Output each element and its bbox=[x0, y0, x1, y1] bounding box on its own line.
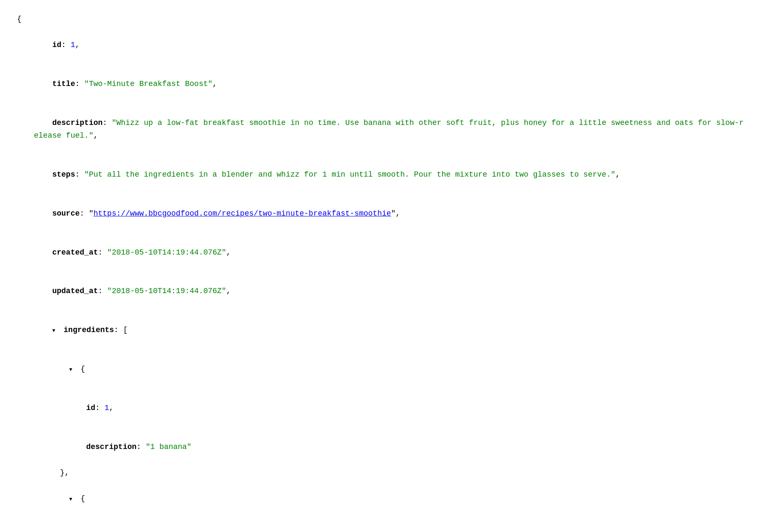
updated-at-line: updated_at: "2018-05-10T14:19:44.076Z", bbox=[17, 272, 746, 311]
ingredients-toggle[interactable] bbox=[52, 324, 59, 337]
ingredients-key: ingredients bbox=[64, 326, 114, 334]
ingredient-1-toggle[interactable] bbox=[69, 363, 76, 376]
title-key: title bbox=[52, 80, 75, 88]
steps-line: steps: "Put all the ingredients in a ble… bbox=[17, 155, 746, 194]
description-key: description bbox=[52, 119, 103, 127]
description-value: "Whizz up a low-fat breakfast smoothie i… bbox=[34, 119, 744, 140]
json-viewer: { id: 1, title: "Two-Minute Breakfast Bo… bbox=[17, 13, 746, 532]
ing1-desc-key: description bbox=[86, 443, 136, 451]
source-key: source bbox=[52, 209, 80, 218]
source-link[interactable]: https://www.bbcgoodfood.com/recipes/two-… bbox=[93, 209, 391, 218]
title-line: title: "Two-Minute Breakfast Boost", bbox=[17, 64, 746, 103]
ing1-id-key: id bbox=[86, 404, 95, 412]
description-line: description: "Whizz up a low-fat breakfa… bbox=[17, 103, 746, 155]
ingredient-2-toggle[interactable] bbox=[69, 492, 76, 505]
ingredient-1-desc: description: "1 banana" bbox=[17, 427, 746, 466]
id-key: id bbox=[52, 41, 61, 49]
source-line: source: "https://www.bbcgoodfood.com/rec… bbox=[17, 194, 746, 233]
ing1-desc-value: "1 banana" bbox=[146, 443, 192, 451]
ingredient-1-id: id: 1, bbox=[17, 388, 746, 427]
ingredient-1-close: }, bbox=[17, 466, 746, 479]
id-value: 1 bbox=[70, 41, 75, 49]
updated-at-value: "2018-05-10T14:19:44.076Z" bbox=[107, 287, 226, 295]
ingredient-2-id: id: 2, bbox=[17, 518, 746, 532]
created-at-line: created_at: "2018-05-10T14:19:44.076Z", bbox=[17, 233, 746, 272]
id-line: id: 1, bbox=[17, 26, 746, 65]
ing1-id-value: 1 bbox=[104, 404, 109, 412]
steps-key: steps bbox=[52, 170, 75, 179]
ingredient-2-open: { bbox=[17, 479, 746, 518]
updated-at-key: updated_at bbox=[52, 287, 98, 295]
created-at-value: "2018-05-10T14:19:44.076Z" bbox=[107, 248, 226, 257]
steps-value: "Put all the ingredients in a blender an… bbox=[84, 170, 615, 179]
title-value: "Two-Minute Breakfast Boost" bbox=[84, 80, 212, 88]
ingredients-header: ingredients: [ bbox=[17, 311, 746, 350]
ingredient-1-open: { bbox=[17, 349, 746, 388]
created-at-key: created_at bbox=[52, 248, 98, 257]
open-brace: { bbox=[17, 13, 746, 26]
